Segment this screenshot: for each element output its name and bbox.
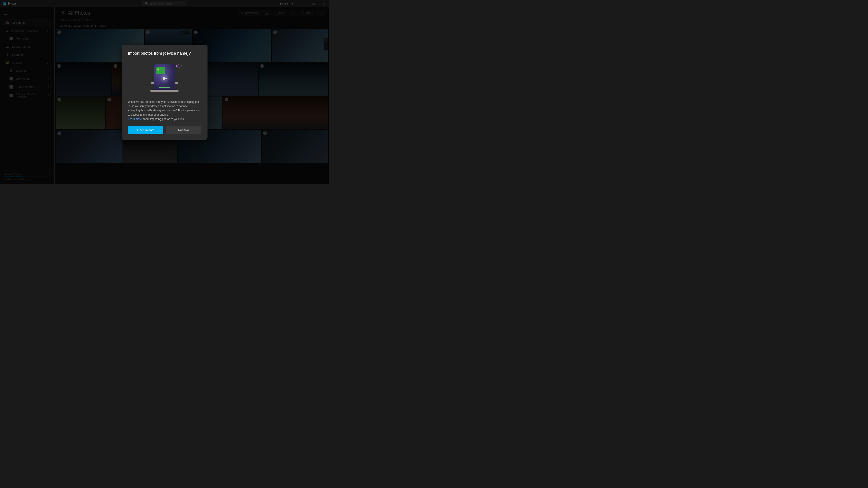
dialog-illustration (128, 60, 201, 95)
svg-rect-18 (159, 87, 170, 88)
dialog-overlay: Import photos from [device name]? (0, 0, 329, 184)
dialog-title: Import photos from [device name]? (128, 51, 201, 56)
svg-point-1 (179, 63, 179, 63)
not-now-button[interactable]: Not now (166, 126, 201, 134)
device-illustration-svg (145, 60, 184, 95)
svg-point-2 (181, 65, 182, 66)
open-import-button[interactable]: Open Import (128, 126, 163, 134)
svg-point-13 (180, 67, 180, 68)
learn-more-link[interactable]: Learn more (128, 118, 142, 121)
svg-point-11 (179, 64, 179, 65)
svg-point-10 (176, 65, 178, 67)
dialog-buttons: Open Import Not now (128, 126, 201, 134)
svg-point-4 (172, 62, 173, 62)
import-dialog: Import photos from [device name]? (122, 45, 208, 140)
app-body: ☰ 🏠 All Photos ☁ OneDrive - Personal ∨ ⬜… (0, 7, 329, 184)
svg-point-3 (177, 66, 178, 67)
svg-point-12 (180, 66, 181, 66)
svg-rect-14 (156, 67, 165, 74)
dialog-body: Windows has detected that your <device n… (128, 100, 201, 122)
